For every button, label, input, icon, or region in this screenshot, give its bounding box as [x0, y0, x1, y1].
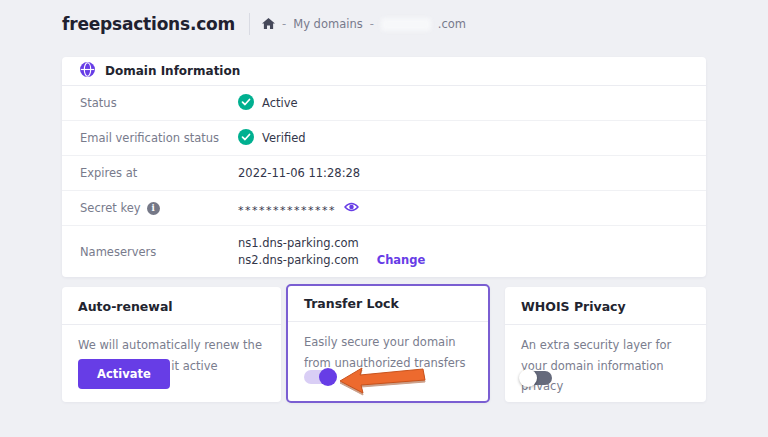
breadcrumb: - My domains - .com — [262, 17, 466, 31]
breadcrumb-my-domains[interactable]: My domains — [293, 17, 362, 31]
eye-icon[interactable] — [344, 201, 359, 216]
auto-renewal-card: Auto-renewal We will automatically renew… — [62, 287, 281, 402]
secret-key-label-text: Secret key — [80, 201, 141, 215]
email-verification-text: Verified — [262, 131, 306, 145]
status-text: Active — [262, 96, 298, 110]
auto-renewal-title: Auto-renewal — [62, 287, 281, 325]
transfer-lock-description: Easily secure your domain from unauthori… — [288, 322, 488, 373]
nameservers-row: Nameservers ns1.dns-parking.com ns2.dns-… — [62, 226, 706, 277]
whois-privacy-toggle[interactable] — [521, 371, 552, 385]
nameservers-label: Nameservers — [80, 245, 238, 259]
home-icon[interactable] — [262, 18, 275, 30]
nameservers-value: ns1.dns-parking.com ns2.dns-parking.com … — [238, 236, 425, 267]
secret-key-value: ************** — [238, 201, 359, 216]
toggle-knob — [519, 369, 537, 387]
transfer-lock-title: Transfer Lock — [288, 286, 488, 322]
transfer-lock-card: Transfer Lock Easily secure your domain … — [286, 284, 490, 403]
expires-value: 2022-11-06 11:28:28 — [238, 166, 360, 180]
email-verification-row: Email verification status Verified — [62, 121, 706, 156]
change-nameservers-link[interactable]: Change — [377, 253, 426, 267]
activate-button[interactable]: Activate — [78, 359, 170, 389]
domain-information-title: Domain Information — [105, 64, 240, 78]
transfer-lock-toggle[interactable] — [304, 370, 335, 384]
toggle-knob — [319, 368, 337, 386]
check-circle-icon — [238, 94, 254, 113]
secret-key-masked: ************** — [238, 204, 336, 217]
domain-management-page: freepsactions.com - My domains - .com Do… — [0, 0, 768, 437]
status-value: Active — [238, 94, 298, 113]
whois-privacy-title: WHOIS Privacy — [505, 287, 706, 325]
whois-privacy-card: WHOIS Privacy An extra security layer fo… — [505, 287, 706, 402]
feature-cards-row: Auto-renewal We will automatically renew… — [62, 287, 706, 403]
email-verification-value: Verified — [238, 129, 306, 148]
check-circle-icon — [238, 129, 254, 148]
info-icon[interactable]: i — [147, 202, 160, 215]
whois-privacy-description: An extra security layer for your domain … — [505, 325, 706, 397]
email-verification-label: Email verification status — [80, 131, 238, 145]
page-title: freepsactions.com — [62, 14, 235, 34]
globe-icon — [80, 62, 95, 81]
domain-information-card: Domain Information Status Active Email v… — [62, 57, 706, 277]
topbar: freepsactions.com - My domains - .com — [62, 13, 466, 35]
nameserver-2: ns2.dns-parking.com — [238, 253, 359, 267]
domain-information-header: Domain Information — [62, 57, 706, 86]
secret-key-row: Secret key i ************** — [62, 191, 706, 226]
status-row: Status Active — [62, 86, 706, 121]
breadcrumb-separator: - — [282, 17, 286, 31]
nameserver-1: ns1.dns-parking.com — [238, 236, 425, 250]
breadcrumb-separator: - — [370, 17, 374, 31]
expires-row: Expires at 2022-11-06 11:28:28 — [62, 156, 706, 191]
status-label: Status — [80, 96, 238, 110]
expires-label: Expires at — [80, 166, 238, 180]
breadcrumb-domain-suffix: .com — [438, 17, 466, 31]
title-divider — [249, 13, 250, 35]
secret-key-label: Secret key i — [80, 201, 238, 215]
masked-domain-name — [381, 18, 431, 31]
